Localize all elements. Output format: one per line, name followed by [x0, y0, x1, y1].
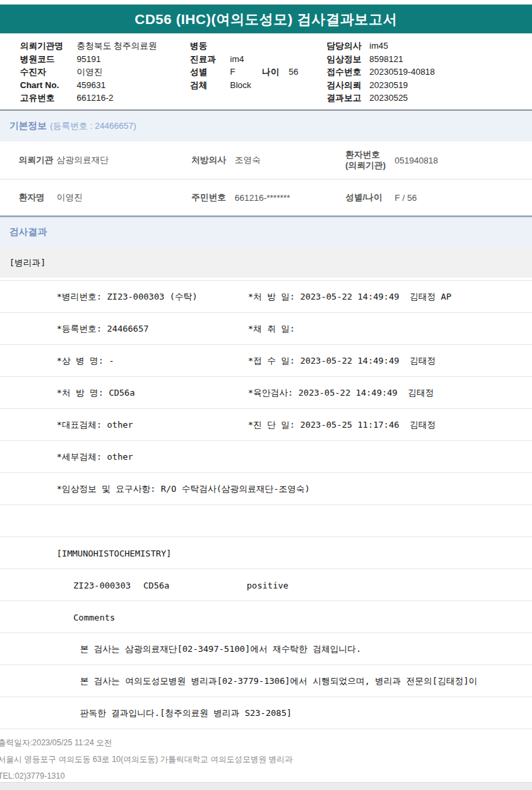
print-date: 출력일자:2023/05/25 11:24 오전: [0, 735, 532, 751]
order-field-label: 검체: [190, 79, 230, 92]
detail-right-text: *진 단 일: 2023-05-25 11:17:46 김태정: [248, 419, 436, 431]
order-field-value: 661216-2: [77, 93, 113, 103]
order-field-label: 성별: [190, 65, 230, 79]
registration-number: (등록번호 : 24466657): [50, 120, 136, 132]
basic-info-title: 기본정보: [9, 120, 47, 132]
order-field-label: Chart No.: [20, 79, 77, 92]
order-field-value: 이영진: [77, 67, 103, 77]
patient-field-label: 주민번호: [191, 191, 226, 204]
order-field-row: 진료과im4: [190, 53, 298, 66]
order-field-label: 결과보고: [327, 91, 369, 105]
result-detail-row: *세부검체: other: [0, 441, 532, 473]
result-detail-rows: *병리번호: ZI23-000303 (수탁)*처 방 일: 2023-05-2…: [0, 280, 532, 729]
order-field-value: im4: [230, 54, 244, 64]
result-detail-row: *대표검체: other*진 단 일: 2023-05-25 11:17:46 …: [0, 409, 532, 441]
patient-field-label: 의뢰기관: [19, 154, 53, 166]
order-field-row: 수진자이영진: [20, 65, 157, 79]
results-title: 검사결과: [9, 226, 47, 238]
order-info-right-column: 담당의사im45 임상정보8598121 접수번호20230519-40818 …: [327, 39, 435, 105]
ihc-section-label: [IMMUNOHISTOCHEMISTRY]: [57, 548, 171, 558]
order-field-label: 담당의사: [327, 39, 369, 53]
order-field-label: 고유번호: [20, 91, 77, 105]
patient-field-value: F / 56: [395, 193, 417, 203]
ihc-header-row: [IMMUNOHISTOCHEMISTRY]: [0, 537, 532, 569]
detail-left-text: *대표검체: other: [57, 419, 133, 431]
detail-left-text: *임상정보 및 요구사항: R/O 수탁검사(삼광의료재단-조영숙): [57, 483, 310, 495]
order-field-row: 고유번호661216-2: [20, 91, 157, 105]
order-field-row: 검사의뢰20230519: [327, 79, 435, 92]
patient-field-label: 환자번호 (의뢰기관): [345, 149, 386, 171]
report-footer: 출력일자:2023/05/25 11:24 오전 서울시 영등포구 여의도동 6…: [0, 729, 532, 785]
detail-right-text: *채 취 일:: [248, 323, 295, 335]
comments-label: Comments: [73, 612, 115, 622]
patient-field-value: 661216-*******: [235, 193, 290, 203]
order-field-value: 20230519-40818: [369, 67, 435, 77]
patient-field-label: 처방의사: [191, 154, 226, 166]
detail-left-text: *등록번호: 24466657: [57, 323, 149, 335]
detail-left-text: *상 병 명: -: [57, 355, 114, 367]
department-row: [병리과]: [0, 248, 532, 278]
patient-info-row: 환자명이영진 주민번호661216-******* 성별/나이F / 56: [0, 179, 532, 216]
order-info-table: 의뢰기관명충청북도 청주의료원 병원코드95191 수진자이영진 Chart N…: [0, 33, 532, 105]
result-detail-row: *병리번호: ZI23-000303 (수탁)*처 방 일: 2023-05-2…: [0, 281, 532, 313]
patient-field-value: 조영숙: [235, 154, 261, 166]
order-field-row: 임상정보8598121: [327, 53, 435, 66]
comment-row: 판독한 결과입니다.[청주의료원 병리과 S23-2085]: [0, 697, 532, 729]
detail-right-text: *접 수 일: 2023-05-22 14:49:49 김태정: [248, 355, 436, 367]
order-info-middle-column: 병동 진료과im4 성별F나이56 검체Block: [190, 39, 298, 91]
patient-field-value: 이영진: [57, 191, 83, 204]
order-field-value: 20230519: [369, 80, 408, 90]
result-detail-row: *처 방 명: CD56a*육안검사: 2023-05-22 14:49:49 …: [0, 377, 532, 409]
order-field-label: 접수번호: [327, 65, 369, 79]
order-field-row: 검체Block: [190, 79, 298, 92]
order-info-left-column: 의뢰기관명충청북도 청주의료원 병원코드95191 수진자이영진 Chart N…: [20, 39, 157, 105]
department-label: [병리과]: [9, 257, 46, 269]
order-field-label: 임상정보: [327, 53, 369, 66]
comment-line: 본 검사는 여의도성모병원 병리과[02-3779-1306]에서 시행되었으며…: [80, 675, 477, 687]
result-detail-row: *등록번호: 24466657*채 취 일:: [0, 313, 532, 345]
detail-right-text: *처 방 일: 2023-05-22 14:49:49 김태정 AP: [248, 291, 451, 303]
result-detail-row: *상 병 명: -*접 수 일: 2023-05-22 14:49:49 김태정: [0, 345, 532, 377]
comment-row: 본 검사는 여의도성모병원 병리과[02-3779-1306]에서 시행되었으며…: [0, 665, 532, 697]
hospital-address: 서울시 영등포구 여의도동 63로 10(여의도동) 가톨릭대학교 여의도성모병…: [0, 751, 532, 768]
ihc-result-test: CD56a: [143, 580, 169, 590]
ihc-result-row: ZI23-000303CD56apositive: [0, 569, 532, 601]
ihc-result-value: positive: [247, 580, 289, 590]
result-detail-row: *임상정보 및 요구사항: R/O 수탁검사(삼광의료재단-조영숙): [0, 473, 532, 505]
order-field-value: F: [230, 65, 262, 79]
order-field-row: 접수번호20230519-40818: [327, 65, 435, 79]
order-field-value: im45: [369, 41, 388, 51]
order-field-label: 검사의뢰: [327, 79, 369, 92]
comment-line: 판독한 결과입니다.[청주의료원 병리과 S23-2085]: [80, 707, 292, 719]
report-title-banner: CD56 (IHC)(여의도성모) 검사결과보고서: [0, 5, 532, 33]
bottom-bar: [0, 782, 532, 790]
comment-row: 본 검사는 삼광의료재단[02-3497-5100]에서 재수탁한 검체입니다.: [0, 633, 532, 665]
patient-info-row: 의뢰기관삼광의료재단 처방의사조영숙 환자번호 (의뢰기관)051940818: [0, 141, 532, 179]
order-field-row: 결과보고20230525: [327, 91, 435, 105]
patient-field-label: 성별/나이: [345, 192, 383, 203]
patient-info-table: 의뢰기관삼광의료재단 처방의사조영숙 환자번호 (의뢰기관)051940818 …: [0, 141, 532, 216]
age-value: 56: [289, 67, 298, 77]
order-field-value: 20230525: [369, 93, 408, 103]
order-field-row: 병원코드95191: [20, 53, 157, 66]
detail-left-text: *처 방 명: CD56a: [57, 387, 135, 399]
order-field-label: 병동: [190, 39, 230, 53]
order-field-row: Chart No.459631: [20, 79, 157, 92]
comments-header-row: Comments: [0, 601, 532, 633]
detail-left-text: *병리번호: ZI23-000303 (수탁): [57, 291, 197, 303]
age-label: 나이: [262, 65, 289, 79]
order-field-row: 병동: [190, 39, 298, 53]
order-field-label: 수진자: [20, 65, 77, 79]
patient-field-label: 환자명: [19, 191, 45, 204]
comment-line: 본 검사는 삼광의료재단[02-3497-5100]에서 재수탁한 검체입니다.: [80, 643, 361, 655]
order-field-label: 의뢰기관명: [20, 39, 77, 53]
order-field-value: Block: [230, 80, 251, 90]
patient-field-value: 삼광의료재단: [57, 154, 109, 166]
detail-left-text: *세부검체: other: [57, 451, 133, 463]
order-field-value: 95191: [77, 54, 101, 64]
order-field-value: 충청북도 청주의료원: [77, 41, 157, 51]
order-field-value: 8598121: [369, 54, 403, 64]
order-field-row: 성별F나이56: [190, 65, 298, 79]
order-field-row: 의뢰기관명충청북도 청주의료원: [20, 39, 157, 53]
top-strip: [0, 0, 532, 5]
